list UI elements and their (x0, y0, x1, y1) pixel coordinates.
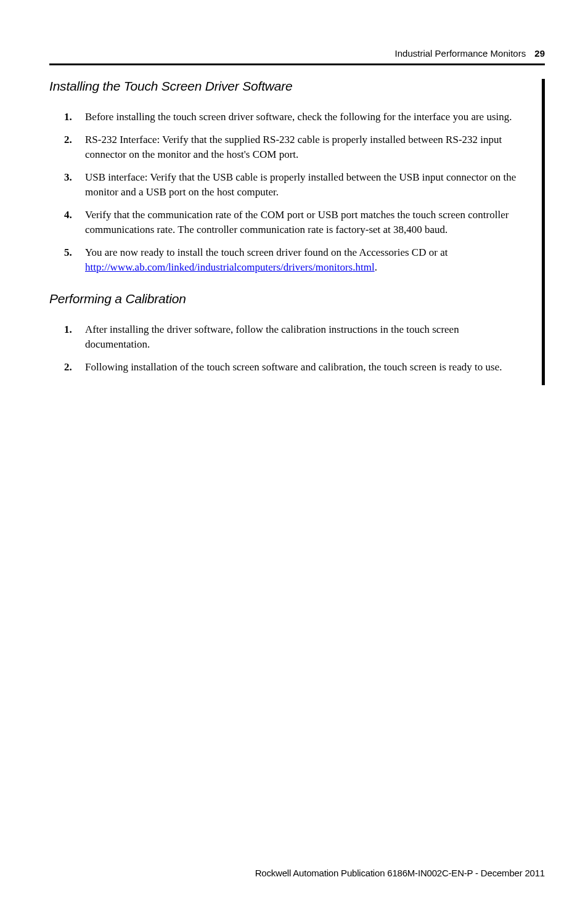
list-item: 1. Before installing the touch screen dr… (71, 110, 526, 124)
item-text: After installing the driver software, fo… (85, 324, 459, 349)
list-item: 3. USB interface: Verify that the USB ca… (71, 170, 526, 199)
running-header: Industrial Performance Monitors 29 (49, 48, 545, 63)
item-text: Before installing the touch screen drive… (85, 111, 512, 123)
header-rule (49, 63, 545, 65)
item-number: 2. (64, 360, 72, 374)
item-number: 1. (64, 110, 72, 124)
item-text: Following installation of the touch scre… (85, 361, 502, 373)
item-text-before: You are now ready to install the touch s… (85, 247, 447, 258)
header-title: Industrial Performance Monitors (395, 48, 526, 59)
list-item: 4. Verify that the communication rate of… (71, 208, 526, 237)
item-text: USB interface: Verify that the USB cable… (85, 171, 516, 197)
list-item: 2. RS-232 Interface: Verify that the sup… (71, 132, 526, 161)
item-number: 2. (64, 132, 72, 147)
calibration-list: 1. After installing the driver software,… (49, 322, 526, 374)
page-number: 29 (534, 48, 545, 59)
item-text-after: . (375, 261, 377, 273)
content-region: Installing the Touch Screen Driver Softw… (49, 79, 545, 385)
footer-publication: Rockwell Automation Publication 6186M-IN… (255, 868, 545, 878)
item-text: RS-232 Interface: Verify that the suppli… (85, 134, 502, 160)
list-item: 2. Following installation of the touch s… (71, 360, 526, 374)
driver-link[interactable]: http://www.ab.com/linked/industrialcompu… (85, 261, 375, 273)
item-number: 4. (64, 208, 72, 222)
item-number: 3. (64, 170, 72, 184)
list-item: 1. After installing the driver software,… (71, 322, 526, 351)
item-number: 5. (64, 245, 72, 259)
item-text: Verify that the communication rate of th… (85, 209, 508, 235)
section-title-install: Installing the Touch Screen Driver Softw… (49, 79, 526, 94)
page-container: Industrial Performance Monitors 29 Insta… (0, 0, 588, 909)
list-item: 5. You are now ready to install the touc… (71, 245, 526, 274)
section-title-calibration: Performing a Calibration (49, 291, 526, 306)
install-list: 1. Before installing the touch screen dr… (49, 110, 526, 274)
item-number: 1. (64, 322, 72, 336)
